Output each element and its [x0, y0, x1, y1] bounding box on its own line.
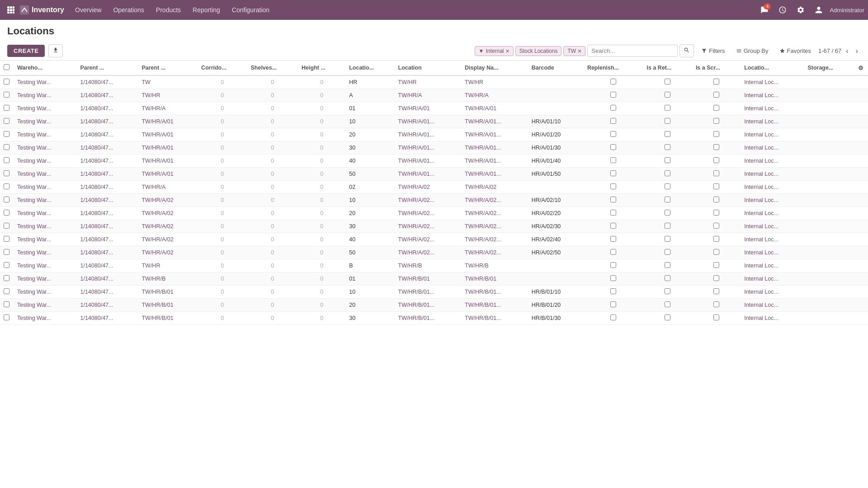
row-checkbox-cell[interactable] — [0, 141, 14, 155]
row-parent1[interactable]: 1/14080/47... — [76, 299, 138, 312]
row-parent2[interactable]: TW/HR/A/02 — [138, 194, 198, 207]
row-isret[interactable] — [643, 233, 692, 246]
row-warehouse[interactable]: Testing War... — [14, 155, 76, 168]
row-parent2[interactable]: TW/HR/A/01 — [138, 155, 198, 168]
row-warehouse[interactable]: Testing War... — [14, 115, 76, 128]
row-parent2[interactable]: TW/HR/A — [138, 181, 198, 194]
nav-operations[interactable]: Operations — [108, 4, 149, 16]
row-checkbox-cell[interactable] — [0, 115, 14, 128]
row-warehouse[interactable]: Testing War... — [14, 207, 76, 220]
row-replenish[interactable] — [584, 89, 643, 102]
row-checkbox[interactable] — [4, 170, 9, 176]
row-isret[interactable] — [643, 155, 692, 168]
col-isscr[interactable]: Is a Scr... — [692, 61, 741, 75]
pagination-next[interactable]: › — [853, 46, 861, 56]
row-checkbox-cell[interactable] — [0, 207, 14, 220]
col-barcode[interactable]: Barcode — [528, 61, 584, 75]
row-checkbox-cell[interactable] — [0, 75, 14, 89]
row-isret[interactable] — [643, 102, 692, 115]
row-locusage[interactable]: Internal Loc... — [741, 207, 804, 220]
row-parent1[interactable]: 1/14080/47... — [76, 194, 138, 207]
row-location[interactable]: TW/HR/A/02... — [395, 246, 462, 259]
row-warehouse[interactable]: Testing War... — [14, 181, 76, 194]
row-checkbox-cell[interactable] — [0, 181, 14, 194]
row-isret[interactable] — [643, 168, 692, 181]
user-icon[interactable] — [811, 3, 826, 17]
row-checkbox-cell[interactable] — [0, 168, 14, 181]
row-warehouse[interactable]: Testing War... — [14, 128, 76, 141]
row-locusage[interactable]: Internal Loc... — [741, 75, 804, 89]
row-checkbox[interactable] — [4, 144, 9, 150]
col-storage[interactable]: Storage... — [804, 61, 854, 75]
row-locusage[interactable]: Internal Loc... — [741, 312, 804, 325]
row-isret[interactable] — [643, 299, 692, 312]
row-locusage[interactable]: Internal Loc... — [741, 272, 804, 286]
row-isscr[interactable] — [692, 312, 741, 325]
row-checkbox-cell[interactable] — [0, 155, 14, 168]
row-warehouse[interactable]: Testing War... — [14, 168, 76, 181]
row-checkbox[interactable] — [4, 288, 9, 294]
filters-button[interactable]: Filters — [698, 45, 728, 56]
row-warehouse[interactable]: Testing War... — [14, 272, 76, 286]
row-parent1[interactable]: 1/14080/47... — [76, 312, 138, 325]
row-parent1[interactable]: 1/14080/47... — [76, 246, 138, 259]
row-parent2[interactable]: TW/HR/A — [138, 102, 198, 115]
row-isret[interactable] — [643, 181, 692, 194]
row-displayname[interactable]: TW/HR/A/02... — [461, 220, 528, 233]
row-parent2[interactable]: TW/HR/A/02 — [138, 246, 198, 259]
col-locusage[interactable]: Locatio... — [741, 61, 804, 75]
row-parent2[interactable]: TW — [138, 75, 198, 89]
row-replenish[interactable] — [584, 155, 643, 168]
row-isscr[interactable] — [692, 75, 741, 89]
row-warehouse[interactable]: Testing War... — [14, 102, 76, 115]
row-parent2[interactable]: TW/HR/B/01 — [138, 312, 198, 325]
row-parent1[interactable]: 1/14080/47... — [76, 286, 138, 299]
row-isscr[interactable] — [692, 259, 741, 272]
row-warehouse[interactable]: Testing War... — [14, 259, 76, 272]
row-checkbox[interactable] — [4, 210, 9, 216]
row-replenish[interactable] — [584, 168, 643, 181]
nav-overview[interactable]: Overview — [70, 4, 107, 16]
row-parent1[interactable]: 1/14080/47... — [76, 220, 138, 233]
row-location[interactable]: TW/HR/B/01... — [395, 299, 462, 312]
row-locusage[interactable]: Internal Loc... — [741, 128, 804, 141]
filter-tag-internal-remove[interactable]: × — [505, 48, 509, 54]
col-height[interactable]: Height ... — [298, 61, 345, 75]
brand-logo[interactable]: Inventory — [20, 5, 64, 14]
col-displayname[interactable]: Display Na... — [461, 61, 528, 75]
row-parent2[interactable]: TW/HR — [138, 89, 198, 102]
row-checkbox[interactable] — [4, 223, 9, 229]
row-parent1[interactable]: 1/14080/47... — [76, 75, 138, 89]
row-location[interactable]: TW/HR — [395, 75, 462, 89]
nav-configuration[interactable]: Configuration — [226, 4, 275, 16]
row-checkbox[interactable] — [4, 131, 9, 137]
row-displayname[interactable]: TW/HR/A/02... — [461, 246, 528, 259]
row-checkbox[interactable] — [4, 249, 9, 255]
row-displayname[interactable]: TW/HR/B — [461, 259, 528, 272]
create-button[interactable]: CREATE — [7, 45, 45, 57]
row-locusage[interactable]: Internal Loc... — [741, 220, 804, 233]
col-settings[interactable]: ⚙ — [854, 61, 868, 75]
favorites-button[interactable]: Favorites — [776, 45, 815, 56]
row-isscr[interactable] — [692, 181, 741, 194]
row-location[interactable]: TW/HR/A/01... — [395, 155, 462, 168]
row-warehouse[interactable]: Testing War... — [14, 194, 76, 207]
row-locusage[interactable]: Internal Loc... — [741, 194, 804, 207]
row-replenish[interactable] — [584, 220, 643, 233]
row-replenish[interactable] — [584, 312, 643, 325]
row-parent2[interactable]: TW/HR/A/02 — [138, 220, 198, 233]
row-displayname[interactable]: TW/HR/A/02 — [461, 181, 528, 194]
col-parent1[interactable]: Parent ... — [76, 61, 138, 75]
row-location[interactable]: TW/HR/A/02... — [395, 220, 462, 233]
row-checkbox[interactable] — [4, 118, 9, 124]
row-locusage[interactable]: Internal Loc... — [741, 168, 804, 181]
row-replenish[interactable] — [584, 246, 643, 259]
row-checkbox[interactable] — [4, 92, 9, 98]
chat-icon[interactable]: 4 — [757, 3, 772, 17]
row-checkbox-cell[interactable] — [0, 299, 14, 312]
pagination-prev[interactable]: ‹ — [843, 46, 851, 56]
topnav-username[interactable]: Administrator — [830, 7, 864, 14]
row-isret[interactable] — [643, 115, 692, 128]
row-parent2[interactable]: TW/HR/A/01 — [138, 128, 198, 141]
row-displayname[interactable]: TW/HR/B/01... — [461, 299, 528, 312]
